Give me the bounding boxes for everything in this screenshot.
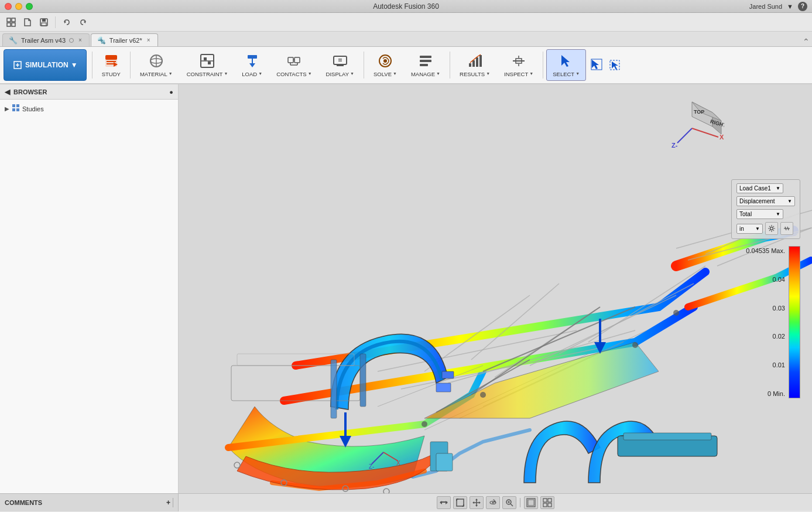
help-icon[interactable]: ? [798, 2, 807, 11]
comments-controls: + [166, 498, 173, 507]
svg-marker-133 [479, 501, 481, 504]
tab-icon-v62: 🔩 [97, 36, 106, 45]
load-icon [244, 53, 261, 69]
grid-icon[interactable] [5, 16, 18, 29]
results-label: RESULTS▼ [460, 71, 490, 77]
svg-rect-145 [543, 503, 547, 507]
svg-text:X: X [396, 460, 400, 466]
tab-close-asm[interactable]: × [77, 36, 83, 44]
zoom-fit-icon[interactable] [437, 496, 451, 509]
svg-rect-144 [548, 499, 551, 502]
inspect-button[interactable]: INSPECT▼ [498, 49, 540, 81]
svg-rect-42 [469, 63, 471, 67]
tab-close-v62[interactable]: × [146, 36, 152, 44]
grid-display-icon[interactable] [540, 496, 554, 509]
browser-collapse-icon[interactable]: ◀ [5, 88, 10, 96]
orbit-icon[interactable] [486, 496, 500, 509]
svg-rect-103 [436, 383, 451, 392]
pan-icon[interactable] [470, 496, 484, 509]
legend-chart-icon[interactable] [780, 222, 793, 235]
results-button[interactable]: RESULTS▼ [453, 49, 496, 81]
save-icon[interactable] [37, 16, 50, 29]
load-case-arrow: ▼ [776, 186, 780, 191]
tab-icon-asm: 🔧 [9, 36, 18, 45]
viewport[interactable]: Z- X TOP RIGHT [179, 84, 812, 493]
svg-marker-51 [592, 60, 599, 69]
svg-rect-45 [479, 55, 482, 67]
svg-text:X: X [720, 134, 724, 141]
simulation-button[interactable]: SIMULATION ▼ [4, 49, 87, 81]
study-button[interactable]: STUDY [95, 49, 127, 81]
result-type-row: Displacement ▼ [736, 196, 795, 206]
display-button[interactable]: DISPLAY▼ [320, 49, 361, 81]
legend-settings-icon[interactable] [765, 222, 778, 235]
svg-marker-26 [249, 63, 255, 67]
color-legend: Load Case1 ▼ Displacement ▼ Total ▼ [731, 179, 800, 398]
svg-marker-132 [472, 501, 474, 504]
svg-rect-142 [528, 500, 534, 506]
simulation-label: SIMULATION [25, 61, 68, 69]
svg-rect-39 [420, 56, 431, 58]
legend-icon-group [765, 222, 793, 235]
close-button[interactable] [5, 3, 12, 10]
username-label[interactable]: Jared Sund [749, 3, 782, 10]
svg-rect-55 [16, 104, 19, 107]
divider [173, 498, 173, 507]
display-mode-icon[interactable] [524, 496, 538, 509]
select-button-2[interactable] [587, 49, 605, 81]
browser-header: ◀ BROWSER ● [0, 84, 178, 100]
svg-marker-50 [561, 55, 570, 67]
contacts-label: CONTACTS▼ [276, 71, 311, 77]
svg-rect-146 [548, 503, 551, 507]
load-case-dropdown[interactable]: Load Case1 ▼ [736, 183, 783, 193]
select-icon-2 [590, 59, 602, 71]
bottom-bar: COMMENTS + [0, 493, 812, 511]
app-title: Autodesk Fusion 360 [373, 2, 439, 11]
component-dropdown[interactable]: Total ▼ [736, 209, 783, 219]
tree-item-studies[interactable]: ▶ Studies [2, 102, 176, 115]
tree-icon-studies [12, 104, 20, 114]
svg-rect-57 [16, 108, 19, 111]
quick-access-bar [0, 13, 812, 32]
tabs-expand-icon[interactable]: ⌃ [803, 37, 810, 46]
color-bar-container: 0.04535 Max. 0.04 0.03 0.02 0.01 0 Min. [746, 246, 800, 398]
search-zoom-icon[interactable] [502, 496, 516, 509]
select-button-1[interactable]: SELECT▼ [546, 49, 586, 81]
component-arrow: ▼ [776, 211, 780, 217]
comments-expand-icon[interactable]: + [166, 499, 170, 507]
material-button[interactable]: MATERIAL▼ [133, 49, 179, 81]
result-type-dropdown[interactable]: Displacement ▼ [736, 196, 795, 206]
tabs-row: 🔧 Trailer Asm v43 × 🔩 Trailer v62* × ⌃ [0, 32, 812, 47]
material-label: MATERIAL▼ [140, 71, 173, 77]
svg-rect-13 [105, 55, 117, 60]
svg-rect-24 [248, 55, 257, 59]
manage-button[interactable]: MANAGE▼ [405, 49, 447, 81]
file-icon[interactable] [21, 16, 34, 29]
redo-icon[interactable] [77, 16, 90, 29]
contacts-button[interactable]: CONTACTS▼ [270, 49, 318, 81]
display-icon [332, 53, 348, 69]
cube-navigator[interactable]: Z- X TOP RIGHT [660, 96, 718, 155]
svg-marker-8 [84, 21, 85, 23]
axes-indicator: Z- X [366, 435, 401, 470]
frame-icon[interactable] [453, 496, 467, 509]
main-toolbar: SIMULATION ▼ STUDY MA [0, 47, 812, 84]
select-button-3[interactable] [606, 49, 623, 81]
legend-min-label: 0 Min. [746, 390, 785, 397]
tab-trailer-asm[interactable]: 🔧 Trailer Asm v43 × [2, 33, 90, 46]
load-button[interactable]: LOAD▼ [235, 49, 269, 81]
maximize-button[interactable] [26, 3, 33, 10]
solve-button[interactable]: SOLVE▼ [367, 49, 403, 81]
undo-icon[interactable] [60, 16, 73, 29]
tab-trailer-v62[interactable]: 🔩 Trailer v62* × [91, 33, 158, 46]
tree-label-studies: Studies [22, 105, 44, 112]
svg-rect-28 [294, 57, 300, 63]
user-dropdown-arrow[interactable]: ▼ [787, 3, 793, 10]
minimize-button[interactable] [15, 3, 22, 10]
svg-rect-96 [360, 354, 366, 407]
unit-dropdown[interactable]: in ▼ [736, 224, 763, 234]
svg-rect-41 [420, 64, 428, 66]
result-type-arrow: ▼ [787, 199, 792, 204]
constraint-button[interactable]: CONSTRAINT▼ [180, 49, 235, 81]
browser-expand-icon[interactable]: ● [169, 88, 173, 95]
